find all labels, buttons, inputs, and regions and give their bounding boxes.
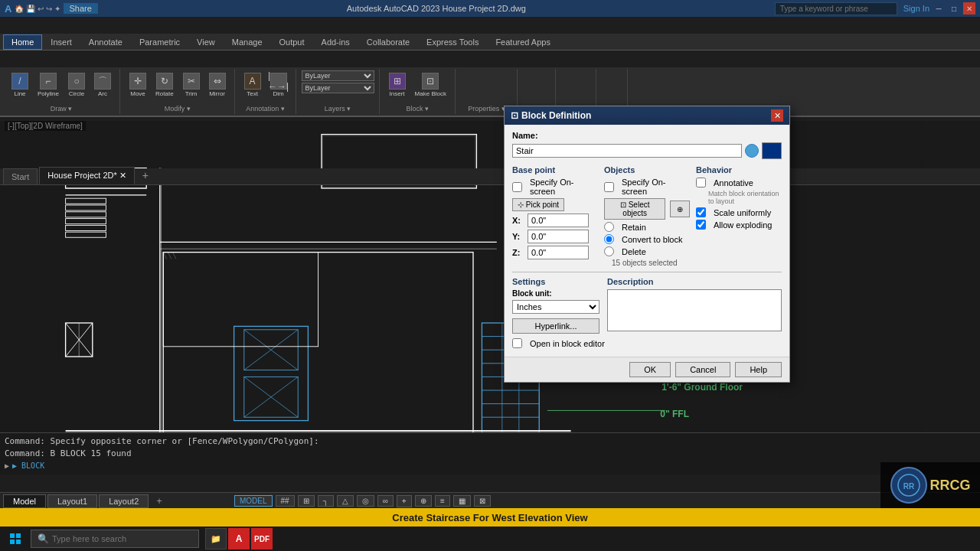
layer-select[interactable]: ByLayer xyxy=(302,70,374,81)
properties-label: Properties ▾ xyxy=(468,103,505,112)
status-ortho-btn[interactable]: ┐ xyxy=(318,495,334,507)
sign-in-btn[interactable]: Sign In xyxy=(903,4,929,13)
status-dyn-btn[interactable]: ⊕ xyxy=(415,495,432,507)
titlebar-left: A 🏠 💾 ↩ ↪ ✦ Share xyxy=(5,3,98,15)
keyword-search[interactable] xyxy=(775,2,897,15)
model-tab-layout2[interactable]: Layout2 xyxy=(99,494,149,508)
model-tab-model[interactable]: Model xyxy=(3,494,46,508)
ribbon-group-block: ⊞Insert ⊡Make Block Block ▾ xyxy=(381,69,456,114)
status-grid-btn[interactable]: ## xyxy=(276,495,295,507)
rtab-manage[interactable]: Manage xyxy=(224,34,271,50)
logo-area: RR RRCG xyxy=(880,462,980,508)
y-label: Y: xyxy=(512,232,523,241)
description-title: Description xyxy=(607,277,782,286)
rtab-parametric[interactable]: Parametric xyxy=(131,34,188,50)
status-isnap-btn[interactable]: ◎ xyxy=(357,495,374,507)
rtab-home[interactable]: Home xyxy=(3,34,42,50)
quick-select-btn[interactable]: ⊕ xyxy=(670,201,690,217)
objects-count: 15 objects selected xyxy=(612,259,690,267)
taskbar-search-input[interactable] xyxy=(52,534,190,543)
status-otrack-btn[interactable]: ∞ xyxy=(377,495,394,507)
winbtn-minimize[interactable]: ─ xyxy=(933,2,945,15)
open-editor-check[interactable] xyxy=(512,338,522,348)
block-name-input[interactable] xyxy=(512,144,742,158)
x-row: X: xyxy=(512,214,598,227)
block-unit-select[interactable]: Inches Feet Millimeters xyxy=(512,300,599,314)
arc-btn[interactable]: ⌒Arc xyxy=(90,70,115,99)
trim-btn[interactable]: ✂Trim xyxy=(179,70,204,99)
winbtn-close[interactable]: ✕ xyxy=(963,2,975,15)
quick-access-icons: 🏠 💾 ↩ ↪ ✦ xyxy=(15,5,60,13)
banner-text: Create Staircase For West Elevation View xyxy=(392,512,587,523)
circle-btn[interactable]: ○Circle xyxy=(64,70,89,99)
make-block-btn[interactable]: ⊡Make Block xyxy=(411,70,450,99)
y-input[interactable] xyxy=(528,230,589,243)
tab-house-project[interactable]: House Project 2D* ✕ xyxy=(39,167,135,184)
name-section: Name: xyxy=(512,131,782,159)
z-input[interactable] xyxy=(528,246,589,259)
rtab-addins[interactable]: Add-ins xyxy=(313,34,358,50)
model-tab-add[interactable]: + xyxy=(150,494,168,508)
pick-point-btn[interactable]: ⊹ Pick point xyxy=(512,198,564,211)
status-model-btn[interactable]: MODEL xyxy=(234,495,273,507)
block-indicator-label: ▶ BLOCK xyxy=(12,461,44,470)
model-tab-layout1[interactable]: Layout1 xyxy=(47,494,97,508)
help-btn[interactable]: Help xyxy=(735,362,782,377)
status-ucs-btn[interactable]: ⌖ xyxy=(397,495,412,507)
status-qp-btn[interactable]: ⊠ xyxy=(474,495,491,507)
convert-radio[interactable] xyxy=(604,234,614,244)
taskbar-app-pdf[interactable]: PDF xyxy=(251,528,273,549)
logo-text: RRCG xyxy=(930,478,971,494)
delete-radio[interactable] xyxy=(604,246,614,256)
layer-select2[interactable]: ByLayer xyxy=(302,83,374,93)
insert-btn[interactable]: ⊞Insert xyxy=(385,70,410,99)
taskbar-app-file[interactable]: 📁 xyxy=(205,528,227,549)
status-polar-btn[interactable]: △ xyxy=(337,495,354,507)
scale-uniformly-check[interactable] xyxy=(696,207,706,217)
tab-start[interactable]: Start xyxy=(3,168,38,184)
winbtn-maximize[interactable]: □ xyxy=(948,2,960,15)
taskbar-app-acrobat[interactable]: A xyxy=(228,528,250,549)
rtab-featured[interactable]: Featured Apps xyxy=(487,34,559,50)
text-btn[interactable]: AText xyxy=(240,70,265,99)
status-lw-btn[interactable]: ≡ xyxy=(435,495,450,507)
mirror-btn[interactable]: ⇔Mirror xyxy=(205,70,230,99)
dialog-close-btn[interactable]: ✕ xyxy=(771,109,783,122)
allow-exploding-check[interactable] xyxy=(696,220,706,230)
annotative-check[interactable] xyxy=(696,178,706,187)
rtab-express[interactable]: Express Tools xyxy=(418,34,487,50)
x-input[interactable] xyxy=(528,214,589,227)
ok-btn[interactable]: OK xyxy=(629,362,671,377)
taskbar: 🔍 📁 A PDF xyxy=(0,527,980,551)
rtab-output[interactable]: Output xyxy=(271,34,313,50)
taskbar-search[interactable]: 🔍 xyxy=(31,530,199,548)
move-btn[interactable]: ✛Move xyxy=(126,70,150,99)
specify-onscreen-bp-check[interactable] xyxy=(512,182,522,192)
cancel-btn[interactable]: Cancel xyxy=(675,362,730,377)
annotative-label: Annotative xyxy=(714,178,753,187)
hyperlink-btn[interactable]: Hyperlink... xyxy=(512,318,599,334)
dimension-btn[interactable]: |←→|Dim xyxy=(266,70,291,99)
tab-add-btn[interactable]: + xyxy=(136,166,155,184)
specify-onscreen-obj-check[interactable] xyxy=(604,182,614,192)
rotate-btn[interactable]: ↻Rotate xyxy=(152,70,178,99)
open-editor-row: Open in block editor xyxy=(512,338,782,348)
status-snap-btn[interactable]: ⊞ xyxy=(298,495,315,507)
ribbon-tabs: Home Insert Annotate Parametric View Man… xyxy=(0,34,980,51)
windows-button[interactable] xyxy=(3,527,28,551)
modify-btns: ✛Move ↻Rotate ✂Trim ⇔Mirror xyxy=(126,70,230,99)
rtab-insert[interactable]: Insert xyxy=(42,34,80,50)
color-swatch[interactable] xyxy=(762,142,782,159)
modify-label: Modify ▾ xyxy=(165,103,191,112)
line-btn[interactable]: /Line xyxy=(8,70,32,99)
rtab-annotate[interactable]: Annotate xyxy=(80,34,131,50)
retain-radio[interactable] xyxy=(604,222,614,232)
select-objects-btn[interactable]: ⊡ Select objects xyxy=(604,198,665,220)
status-tp-btn[interactable]: ▦ xyxy=(453,495,471,507)
rtab-collaborate[interactable]: Collaborate xyxy=(358,34,418,50)
rtab-view[interactable]: View xyxy=(188,34,224,50)
polyline-btn[interactable]: ⌐Polyline xyxy=(34,70,63,99)
name-indicator xyxy=(745,144,759,158)
share-btn[interactable]: Share xyxy=(64,3,98,14)
description-textarea[interactable] xyxy=(607,289,782,331)
